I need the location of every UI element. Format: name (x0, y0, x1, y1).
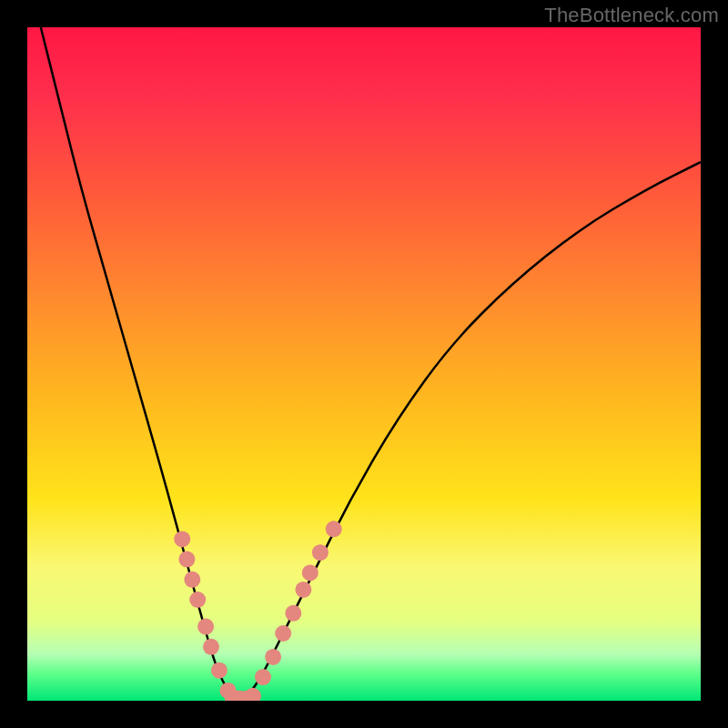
marker-dot (275, 625, 291, 642)
marker-dot (197, 619, 214, 635)
bottleneck-curve (41, 27, 701, 701)
marker-group (174, 521, 342, 701)
marker-dot (211, 662, 228, 679)
marker-dot (220, 682, 237, 699)
marker-dot (265, 649, 281, 665)
plot-area (27, 27, 701, 701)
marker-dot (238, 691, 255, 701)
marker-dot (312, 544, 329, 561)
marker-dot (174, 531, 190, 547)
marker-dot (178, 551, 195, 568)
marker-dot (184, 571, 200, 588)
marker-dot (302, 564, 318, 581)
marker-dot (295, 581, 311, 598)
curve-svg (27, 27, 701, 701)
marker-dot (225, 689, 241, 701)
marker-dot (203, 639, 219, 655)
marker-dot (255, 669, 271, 685)
marker-dot (326, 521, 342, 537)
marker-dot (245, 688, 261, 701)
marker-dot (231, 691, 248, 701)
chart-container: TheBottleneck.com (0, 0, 728, 728)
marker-dot (189, 592, 206, 608)
watermark-text: TheBottleneck.com (544, 4, 719, 27)
marker-dot (285, 605, 301, 622)
